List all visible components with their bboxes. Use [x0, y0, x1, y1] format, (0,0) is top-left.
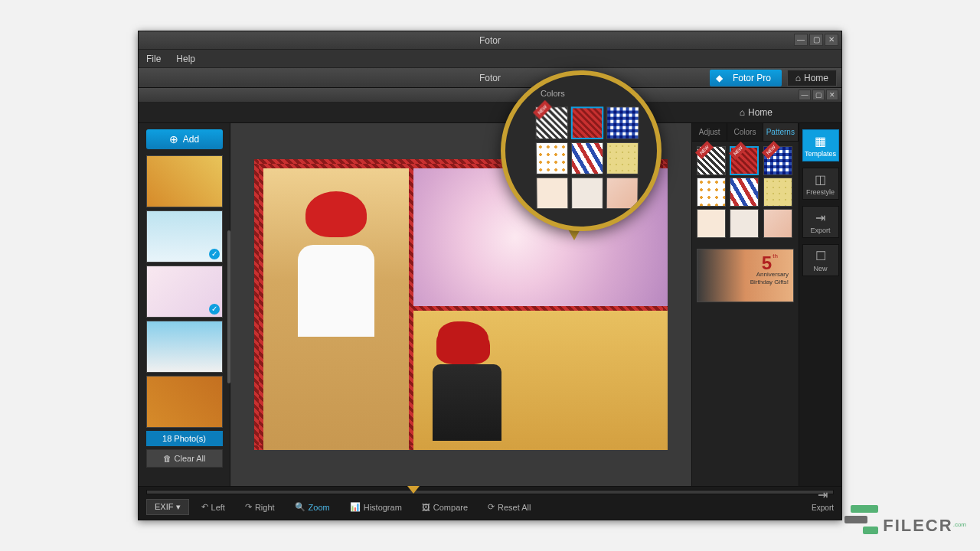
new-badge: NEW: [762, 141, 780, 159]
pattern-tabs: Adjust Colors Patterns: [692, 123, 799, 142]
mag-pattern-cream-1: [536, 178, 568, 209]
promo-text: Anniversary Birthday Gifts!: [750, 271, 789, 286]
export-button-bottom[interactable]: ⇥ Export: [812, 487, 834, 512]
rotate-left-icon: ↶: [201, 502, 208, 512]
mode-templates-button[interactable]: ▦ Templates: [802, 129, 839, 161]
mag-pattern-red-plaid: NEW: [571, 106, 603, 139]
right-panel: Adjust Colors Patterns NEW NEW NEW 5 th …: [691, 123, 799, 486]
thumb-flower[interactable]: [146, 266, 223, 318]
pattern-tricolor-stripes[interactable]: [730, 178, 759, 207]
mag-pattern-cream-2: [571, 178, 603, 209]
export-icon: ⇥: [818, 487, 828, 502]
export-icon: ⇥: [815, 210, 825, 225]
watermark-text: FILECR: [883, 516, 952, 535]
exif-button[interactable]: EXIF ▾: [146, 499, 189, 515]
secondary-toolbar: ⌂ Home: [139, 102, 841, 123]
mag-pattern-blue-gingham: NEW: [606, 106, 639, 139]
mag-pattern-yellow-floss: [606, 142, 639, 174]
child-title-bar: — ▢ ✕: [139, 88, 841, 102]
maximize-button[interactable]: ▢: [809, 34, 823, 46]
child-minimize-button[interactable]: —: [799, 90, 811, 100]
compare-icon: 🖼: [422, 503, 430, 512]
timeline-track[interactable]: [146, 490, 834, 494]
app-window: Fotor — ▢ ✕ File Help Fotor Fotor Pro ⌂ …: [138, 31, 842, 520]
filecr-logo-icon: [844, 505, 878, 536]
child-maximize-button[interactable]: ▢: [812, 90, 825, 100]
reset-icon: ⟳: [488, 502, 495, 512]
mode-new-button[interactable]: ☐ New: [802, 244, 839, 276]
child-close-button[interactable]: ✕: [826, 90, 838, 100]
clear-all-button[interactable]: Clear All: [146, 449, 223, 468]
pattern-red-plaid[interactable]: NEW: [730, 146, 759, 175]
watermark-com: .com: [953, 521, 966, 528]
mag-pattern-peach-floral: [606, 178, 639, 209]
photo-count: 18 Photo(s): [146, 431, 223, 446]
histogram-icon: 📊: [350, 502, 361, 512]
bottom-bar: EXIF ▾ ↶Left ↷Right 🔍Zoom 📊Histogram 🖼Co…: [139, 486, 841, 520]
title-bar: Fotor — ▢ ✕: [139, 31, 841, 50]
magnifier-pattern-grid: NEW NEW NEW: [535, 106, 639, 209]
watermark: FILECR.com: [844, 505, 966, 536]
mag-pattern-tricolor-stripes: [571, 142, 603, 174]
zoom-button[interactable]: 🔍Zoom: [287, 500, 338, 514]
pattern-yellow-floss[interactable]: [763, 178, 792, 207]
top-bar: Fotor Fotor Pro ⌂ Home: [139, 68, 841, 88]
thumb-autumn-woman[interactable]: [146, 376, 223, 428]
pattern-grid: NEW NEW NEW: [692, 142, 799, 243]
thumb-beach-girl[interactable]: [146, 210, 223, 262]
new-badge: NEW: [695, 141, 714, 159]
add-button[interactable]: Add: [146, 129, 223, 149]
pattern-diagonal-bw[interactable]: NEW: [697, 146, 726, 175]
pattern-cream-2[interactable]: [730, 209, 759, 238]
pattern-orange-dots[interactable]: [697, 178, 726, 207]
collage-cell-3[interactable]: [413, 311, 668, 450]
menu-file[interactable]: File: [143, 52, 164, 66]
freestyle-icon: ◫: [815, 172, 826, 187]
histogram-button[interactable]: 📊Histogram: [342, 500, 410, 514]
mode-freestyle-button[interactable]: ◫ Freestyle: [802, 168, 839, 200]
pattern-peach-floral[interactable]: [763, 209, 792, 238]
pattern-cream-1[interactable]: [697, 209, 726, 238]
thumb-autumn-kids[interactable]: [146, 155, 223, 207]
main-area: Add 18 Photo(s) Clear All: [139, 123, 841, 486]
promo-banner[interactable]: 5 th Anniversary Birthday Gifts!: [697, 249, 794, 302]
rotate-left-button[interactable]: ↶Left: [194, 500, 233, 514]
rotate-right-icon: ↷: [245, 502, 252, 512]
zoom-icon: 🔍: [295, 502, 305, 512]
templates-icon: ▦: [815, 134, 826, 148]
tab-adjust[interactable]: Adjust: [692, 123, 727, 141]
timeline-marker[interactable]: [407, 486, 420, 494]
home-icon: ⌂: [795, 70, 801, 86]
magnifier-overlay: Colors NEW NEW NEW: [501, 70, 662, 231]
far-right-panel: ▦ Templates ◫ Freestyle ⇥ Export ☐ New: [799, 123, 841, 486]
fotor-pro-button[interactable]: Fotor Pro: [710, 70, 782, 86]
collage-cell-1[interactable]: [263, 168, 409, 450]
thumb-venice[interactable]: [146, 321, 223, 373]
new-icon: ☐: [815, 249, 826, 263]
sub-window-title: Fotor: [479, 73, 501, 83]
left-scrollbar[interactable]: [227, 230, 230, 383]
promo-suffix: th: [773, 253, 778, 259]
home-icon: ⌂: [740, 107, 745, 118]
compare-button[interactable]: 🖼Compare: [414, 500, 475, 514]
rotate-right-button[interactable]: ↷Right: [237, 500, 283, 514]
home-button-inner[interactable]: ⌂ Home: [740, 107, 773, 118]
left-panel: Add 18 Photo(s) Clear All: [139, 123, 230, 486]
menu-bar: File Help: [139, 50, 841, 68]
tab-patterns[interactable]: Patterns: [763, 123, 799, 141]
close-button[interactable]: ✕: [825, 34, 838, 46]
mag-pattern-orange-dots: [536, 142, 568, 174]
mode-export-button[interactable]: ⇥ Export: [802, 206, 839, 238]
tab-colors[interactable]: Colors: [727, 123, 763, 141]
reset-all-button[interactable]: ⟳Reset All: [480, 500, 538, 514]
menu-help[interactable]: Help: [173, 52, 198, 66]
new-badge: NEW: [729, 142, 747, 160]
window-title: Fotor: [479, 35, 501, 46]
minimize-button[interactable]: —: [794, 34, 808, 46]
pattern-blue-gingham[interactable]: NEW: [763, 146, 792, 175]
magnifier-tab-colors: Colors: [541, 89, 565, 98]
home-button-outer[interactable]: ⌂ Home: [787, 70, 837, 86]
thumbnail-list: [146, 155, 223, 428]
